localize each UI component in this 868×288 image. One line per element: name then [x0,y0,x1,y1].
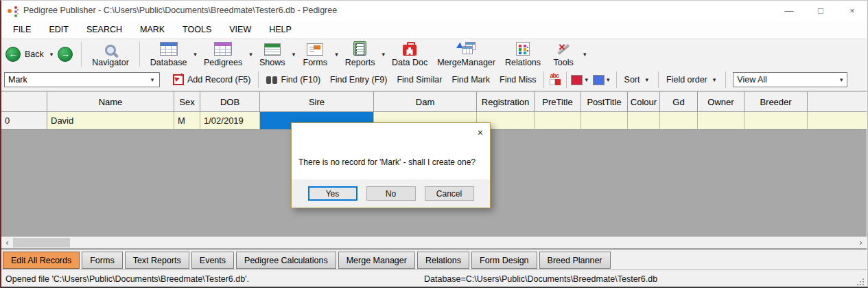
tools-button[interactable]: × Tools [546,39,581,69]
find-button[interactable]: Find (F10) [261,73,325,87]
back-button[interactable]: Back [23,49,45,59]
tab-form-design[interactable]: Form Design [471,252,537,269]
search-toolbar: ▾ Add Record (F5) Find (F10) Find Entry … [1,69,867,91]
menu-help[interactable]: HELP [260,22,301,37]
database-dropdown-caret-icon[interactable]: ▾ [191,51,199,58]
column-header-gd[interactable]: Gd [660,91,698,112]
forms-card-icon [307,43,323,56]
cell-name[interactable]: David [47,112,174,130]
toolbar-separator [725,71,726,88]
column-header-dam[interactable]: Dam [374,91,477,112]
tab-relations[interactable]: Relations [417,252,469,269]
back-arrow-icon[interactable]: ← [5,47,21,62]
cell-dob[interactable]: 1/02/2019 [200,112,260,130]
column-header-name[interactable]: Name [47,91,174,112]
reports-dropdown-caret-icon[interactable]: ▾ [380,51,388,58]
column-header-dob[interactable]: DOB [200,91,260,112]
scroll-right-icon[interactable]: › [855,237,867,248]
maximize-icon[interactable]: □ [805,0,836,21]
scrollbar-thumb[interactable] [13,238,70,247]
search-input[interactable] [5,75,147,85]
column-header-colour[interactable]: Colour [628,91,660,112]
horizontal-scrollbar[interactable]: ‹ › [1,236,867,248]
cancel-button[interactable]: Cancel [425,186,474,201]
column-header-pretitle[interactable]: PreTitle [535,91,581,112]
database-button[interactable]: Database [145,39,192,69]
text-color-icon[interactable]: abc [550,74,561,85]
red-color-button[interactable]: ▾ [571,75,590,85]
find-miss-button[interactable]: Find Miss [495,73,541,87]
menu-view[interactable]: VIEW [220,22,260,37]
tools-dropdown-caret-icon[interactable]: ▾ [581,51,589,58]
menu-edit[interactable]: EDIT [40,22,77,37]
tab-breed-planner[interactable]: Breed Planner [539,252,611,269]
tab-edit-all-records[interactable]: Edit All Records [3,252,80,269]
first-aid-case-icon [403,45,417,56]
minimize-icon[interactable]: — [773,0,805,21]
blue-color-button[interactable]: ▾ [593,75,612,85]
shows-dropdown-caret-icon[interactable]: ▾ [290,51,298,58]
find-entry-button[interactable]: Find Entry (F9) [325,73,392,87]
forward-arrow-icon[interactable]: → [58,47,73,62]
shows-button[interactable]: Shows [255,39,290,69]
sort-button[interactable]: Sort ▾ [620,73,655,87]
toolbar-separator [658,71,659,88]
dialog-close-icon[interactable]: × [478,128,483,137]
add-record-button[interactable]: Add Record (F5) [168,72,255,87]
column-header-posttitle[interactable]: PostTitle [581,91,628,112]
tab-forms[interactable]: Forms [82,252,122,269]
close-icon[interactable]: × [836,0,868,21]
tab-pedigree-calculations[interactable]: Pedigree Calculations [236,252,336,269]
column-header-breeder[interactable]: Breeder [744,91,808,112]
navigator-button[interactable]: Navigator [87,39,134,69]
resize-grip[interactable] [856,278,865,286]
toolbar-separator [139,42,140,67]
back-dropdown-caret-icon[interactable]: ▾ [48,51,56,58]
yes-button[interactable]: Yes [308,186,357,201]
app-window: Pedigree Publisher - C:\Users\Public\Doc… [0,0,868,288]
column-header-trailing [808,91,867,112]
column-header-sex[interactable]: Sex [174,91,200,112]
pedigrees-dropdown-caret-icon[interactable]: ▾ [247,51,255,58]
column-header-sire[interactable]: Sire [260,91,374,112]
forms-button[interactable]: Forms [297,39,333,69]
tab-text-reports[interactable]: Text Reports [125,252,189,269]
cell-gd[interactable] [660,112,698,130]
toolbar-separator [81,42,82,67]
view-filter-caret-icon[interactable]: ▾ [836,76,847,83]
cell-pretitle[interactable] [535,112,581,130]
field-order-button[interactable]: Field order ▾ [661,73,723,87]
find-mark-button[interactable]: Find Mark [447,73,495,87]
mark-combo-box[interactable]: ▾ [4,72,160,87]
combo-dropdown-caret-icon[interactable]: ▾ [147,76,158,83]
menu-tools[interactable]: TOOLS [174,22,220,37]
tab-events[interactable]: Events [191,252,234,269]
menu-mark[interactable]: MARK [131,22,174,37]
merge-manager-button[interactable]: MergeManager [432,39,500,69]
data-doc-button[interactable]: Data Doc [387,39,432,69]
cell-owner[interactable] [698,112,744,130]
cell-colour[interactable] [628,112,660,130]
find-similar-button[interactable]: Find Similar [392,73,447,87]
sort-caret-icon: ▾ [643,76,650,83]
no-button[interactable]: No [366,186,416,201]
column-header-owner[interactable]: Owner [698,91,744,112]
menu-search[interactable]: SEARCH [78,22,131,37]
tab-merge-manager[interactable]: Merge Manager [338,252,415,269]
blue-color-caret-icon[interactable]: ▾ [605,76,612,83]
view-filter-combo-box[interactable]: View All ▾ [733,72,847,87]
app-icon [7,5,18,16]
pedigrees-button[interactable]: Pedigrees [199,39,247,69]
cell-sex[interactable]: M [174,112,200,130]
cell-breeder[interactable] [744,112,808,130]
column-header-rownum[interactable] [1,91,47,112]
forms-dropdown-caret-icon[interactable]: ▾ [333,51,340,58]
relations-button[interactable]: Relations [500,39,546,69]
menu-file[interactable]: FILE [4,22,40,37]
scroll-left-icon[interactable]: ‹ [1,237,13,248]
row-number-cell[interactable]: 0 [1,112,47,130]
column-header-registration[interactable]: Registration [477,91,535,112]
reports-button[interactable]: Reports [340,39,380,69]
cell-posttitle[interactable] [581,112,628,130]
red-color-caret-icon[interactable]: ▾ [583,76,590,83]
